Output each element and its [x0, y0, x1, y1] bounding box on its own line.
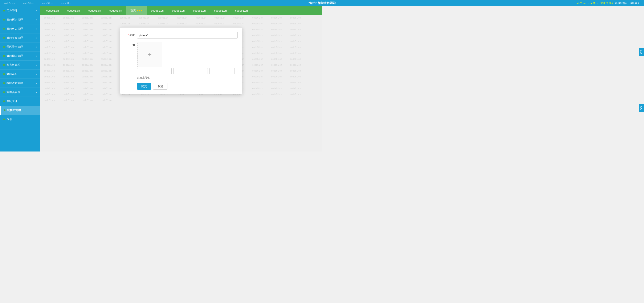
header-watermark-1: code51.cn [4, 2, 15, 5]
sidebar-label-celebrity: 繁峙名人管理 [6, 27, 23, 31]
header-watermark-4: code51.cn [62, 2, 72, 5]
nav-item-wm5[interactable]: code51.cn [147, 6, 168, 15]
value-label-text: 值 [132, 43, 135, 47]
sidebar-item-admin-mgmt[interactable]: 管理员管理 ▾ [0, 88, 40, 97]
upload-hint-text[interactable]: 点击上传值 [137, 76, 150, 80]
header-left: code51.cn code51.cn code51.cn code51.cn [4, 2, 72, 5]
nav-wm3-text: code51.cn [88, 9, 101, 12]
sidebar-label-around: 繁峙周边管理 [6, 54, 23, 58]
form-row-name: * 名称 [124, 32, 238, 39]
main-container: 用户管理 ▾ 繁峙历史管理 ▾ 繁峙名人管理 ▾ 繁峙美食管理 ▾ 景区景点管理… [0, 6, 322, 152]
sidebar-dot-collection [3, 82, 5, 84]
site-title: "魅力" 繁峙宣传网站 [308, 1, 322, 5]
chevron-down-icon-collection: ▾ [36, 82, 37, 84]
sidebar-item-collection[interactable]: 我的收藏管理 ▾ [0, 79, 40, 88]
cancel-button[interactable]: 取消 [153, 83, 168, 90]
sidebar-dot-user [3, 10, 5, 12]
sidebar-label-scenic: 景区景点管理 [6, 45, 23, 49]
sidebar-label-admin-mgmt: 管理员管理 [6, 90, 20, 94]
name-label: * 名称 [124, 32, 137, 37]
chevron-down-icon-food: ▾ [36, 37, 37, 39]
header-watermark-2: code51.cn [23, 2, 34, 5]
nav-wm7-text: code51.cn [193, 9, 206, 12]
sidebar-item-carousel[interactable]: 轮播图管理 [0, 106, 40, 115]
sidebar-dot-scenic [3, 46, 5, 48]
chevron-down-icon-around: ▾ [36, 55, 37, 57]
sidebar-dot-admin-mgmt [3, 91, 5, 93]
sidebar-item-celebrity[interactable]: 繁峙名人管理 ▾ [0, 25, 40, 34]
nav-item-wm9[interactable]: code51.cn [231, 6, 252, 15]
nav-home-text: 首页 [130, 9, 136, 13]
sidebar-dot-history [3, 19, 5, 21]
chevron-down-icon-user: ▾ [36, 10, 37, 12]
extra-input-3[interactable] [210, 68, 235, 74]
nav-item-wm3[interactable]: code51.cn [84, 6, 105, 15]
sidebar-dot-food [3, 37, 5, 39]
dialog-box: * 名称 值 + [120, 27, 242, 94]
name-input[interactable] [137, 32, 238, 39]
sidebar-label-forum: 繁峙论坛 [6, 72, 18, 76]
chevron-down-icon-celebrity: ▾ [36, 28, 37, 30]
nav-wm6-text: code51.cn [172, 9, 185, 12]
sidebar-label-system: 系统管理 [6, 99, 18, 103]
top-header: code51.cn code51.cn code51.cn code51.cn … [0, 0, 322, 6]
form-row-value: 值 + [124, 42, 238, 80]
submit-button[interactable]: 提交 [137, 83, 151, 90]
sidebar-item-news[interactable]: 资讯 [0, 115, 40, 124]
sidebar-item-food[interactable]: 繁峙美食管理 ▾ [0, 34, 40, 43]
upload-area[interactable]: + [137, 42, 162, 67]
nav-wm9-text: code51.cn [235, 9, 248, 12]
sidebar-label-message: 留言板管理 [6, 63, 20, 67]
sidebar-item-history[interactable]: 繁峙历史管理 ▾ [0, 15, 40, 25]
value-label: 值 [124, 42, 137, 47]
plus-icon: + [148, 51, 152, 59]
nav-wm2-text: code51.cn [67, 9, 80, 12]
nav-item-wm6[interactable]: code51.cn [168, 6, 189, 15]
sidebar-label-user: 用户管理 [6, 9, 18, 13]
content-area: code51.cn code51.cn code51.cn code51.cn … [40, 6, 322, 152]
nav-wm1-text: code51.cn [46, 9, 59, 12]
chevron-down-icon-scenic: ▾ [36, 46, 37, 48]
sidebar-dot-carousel [4, 109, 6, 111]
sidebar-item-scenic[interactable]: 景区景点管理 ▾ [0, 43, 40, 52]
chevron-down-icon-history: ▾ [36, 19, 37, 21]
nav-wm4-text: code51.cn [109, 9, 122, 12]
dialog-overlay: * 名称 值 + [40, 15, 322, 152]
sidebar: 用户管理 ▾ 繁峙历史管理 ▾ 繁峙名人管理 ▾ 繁峙美食管理 ▾ 景区景点管理… [0, 6, 40, 152]
sidebar-dot-news [3, 118, 5, 120]
sidebar-dot-celebrity [3, 28, 5, 30]
nav-item-wm4[interactable]: code51.cn [105, 6, 126, 15]
sidebar-item-message[interactable]: 留言板管理 ▾ [0, 61, 40, 70]
sidebar-dot-system [3, 100, 5, 102]
chevron-down-icon-admin-mgmt: ▾ [36, 91, 37, 93]
nav-item-home[interactable]: 首页 ●●● [126, 6, 147, 15]
page-content: // Generate watermark cells inline for(l… [40, 15, 322, 152]
sidebar-label-history: 繁峙历史管理 [6, 18, 23, 22]
nav-item-wm2[interactable]: code51.cn [63, 6, 84, 15]
sidebar-dot-around [3, 55, 5, 57]
nav-wm8-text: code51.cn [214, 9, 227, 12]
nav-bar: code51.cn code51.cn code51.cn code51.cn … [40, 6, 322, 15]
header-watermark-3: code51.cn [42, 2, 53, 5]
extra-input-1[interactable] [137, 68, 172, 74]
sidebar-label-collection: 我的收藏管理 [6, 81, 23, 85]
nav-item-wm7[interactable]: code51.cn [189, 6, 210, 15]
sidebar-item-forum[interactable]: 繁峙论坛 ▾ [0, 70, 40, 79]
sidebar-label-food: 繁峙美食管理 [6, 36, 23, 40]
sidebar-label-news: 资讯 [6, 117, 12, 121]
extra-input-2[interactable] [173, 68, 208, 74]
sidebar-dot-forum [3, 73, 5, 75]
name-label-text: 名称 [130, 33, 135, 36]
nav-dots-icon: ●●● [136, 9, 142, 13]
sidebar-item-system[interactable]: 系统管理 [0, 97, 40, 106]
sidebar-item-around[interactable]: 繁峙周边管理 ▾ [0, 52, 40, 61]
required-star: * [128, 33, 129, 36]
value-content: + 点击上传值 [137, 42, 235, 80]
btn-row: 提交 取消 [124, 83, 238, 90]
chevron-down-icon-forum: ▾ [36, 73, 37, 75]
nav-item-wm1[interactable]: code51.cn [42, 6, 63, 15]
sidebar-item-user[interactable]: 用户管理 ▾ [0, 6, 40, 15]
upload-file-row: 点击上传值 [137, 76, 235, 80]
nav-item-wm8[interactable]: code51.cn [210, 6, 231, 15]
sidebar-label-carousel: 轮播图管理 [7, 108, 21, 112]
